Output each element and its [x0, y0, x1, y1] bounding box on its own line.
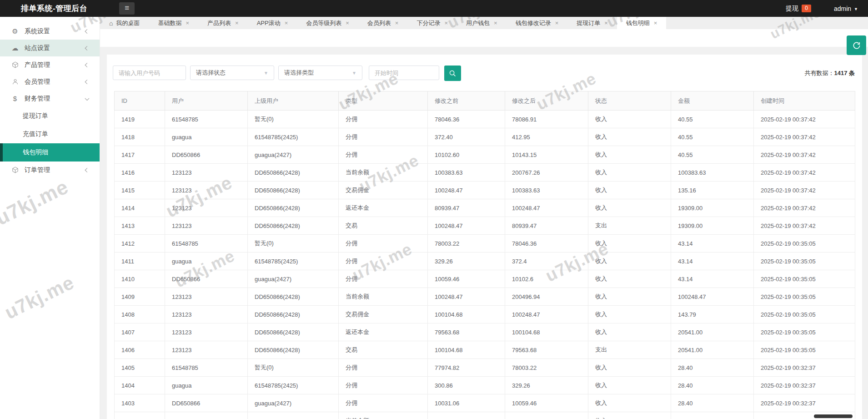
table-cell: 2025-02-19 00:37:42 — [754, 217, 855, 235]
close-icon[interactable]: × — [444, 20, 448, 26]
close-icon[interactable]: × — [654, 20, 657, 26]
tab[interactable]: 产品列表× — [198, 17, 248, 29]
admin-menu[interactable]: admin▼ — [834, 5, 858, 12]
close-icon[interactable]: × — [285, 20, 288, 26]
table-cell: 372.4 — [505, 252, 588, 270]
table-cell: 2025-02-19 00:35:05 — [754, 323, 855, 341]
tab-label: 产品列表 — [207, 19, 231, 27]
chevron-left-icon — [85, 168, 90, 172]
withdraw-link[interactable]: 提现0 — [786, 5, 811, 13]
table-cell: 40.55 — [671, 128, 754, 146]
close-icon[interactable]: × — [494, 20, 497, 26]
tab[interactable]: APP滚动× — [248, 17, 297, 29]
close-icon[interactable]: × — [346, 20, 349, 26]
table-cell: 1403 — [115, 394, 165, 412]
table-cell: 40.55 — [671, 146, 754, 164]
table-cell: 100104.68 — [505, 323, 588, 341]
table-cell: 61548785 — [165, 235, 248, 252]
table-cell: DD650866(2428) — [248, 217, 339, 235]
sidebar-item[interactable]: 会员管理 — [0, 73, 100, 90]
table-cell: DD650866(2428) — [248, 306, 339, 323]
table-cell: 10059.46 — [505, 394, 588, 412]
table-cell: 收入 — [588, 288, 671, 306]
sidebar-item-label: 订单管理 — [25, 166, 50, 174]
table-cell: 1412 — [115, 235, 165, 252]
table-cell: 暂无(0) — [248, 111, 339, 128]
table-cell: 10143.15 — [505, 146, 588, 164]
close-icon[interactable]: × — [186, 20, 189, 26]
table-cell: 收入 — [588, 377, 671, 394]
table-cell: guagua(2427) — [248, 146, 339, 164]
table-cell: 200496.94 — [505, 288, 588, 306]
table-cell: 分佣 — [339, 377, 428, 394]
status-select[interactable]: 请选择状态 ▼ — [190, 66, 274, 80]
table-cell: 100104.68 — [428, 341, 505, 359]
table-row: 141261548785暂无(0)分佣78003.2278046.36收入43.… — [115, 235, 855, 252]
user-number-input[interactable] — [113, 66, 186, 80]
refresh-button[interactable] — [847, 35, 866, 55]
sidebar-item[interactable]: ⚙系统设置 — [0, 23, 100, 40]
table-cell: 分佣 — [339, 235, 428, 252]
sidebar-subitem[interactable]: 充值订单 — [0, 125, 100, 143]
sidebar-item[interactable]: 产品管理 — [0, 56, 100, 73]
table-cell: 返还本金 — [339, 323, 428, 341]
sidebar-subitem-label: 充值订单 — [23, 130, 48, 138]
table-cell: 61548785 — [165, 111, 248, 128]
table-row: 141961548785暂无(0)分佣78046.3678086.91收入40.… — [115, 111, 855, 128]
table-cell: DD650866(2428) — [248, 164, 339, 182]
filter-bar: 请选择状态 ▼ 请选择类型 ▼ 共有数据：1417 条 — [107, 66, 862, 81]
column-header: 类型 — [339, 91, 428, 111]
tab[interactable]: 下分记录× — [407, 17, 457, 29]
tab[interactable]: ⌂我的桌面 — [100, 17, 149, 29]
horizontal-scrollbar-thumb[interactable] — [814, 414, 853, 418]
table-header-row: ID用户上级用户类型修改之前修改之后状态金额创建时间 — [115, 91, 855, 111]
table-cell: 分佣 — [339, 128, 428, 146]
page-title: 排单系统-管理后台 — [21, 3, 87, 14]
table-cell: 2025-02-19 00:37:42 — [754, 182, 855, 199]
chevron-down-icon: ▼ — [352, 71, 356, 76]
column-header: 修改之前 — [428, 91, 505, 111]
tab[interactable]: 提现订单× — [567, 17, 617, 29]
tab[interactable]: 钱包明细× — [617, 17, 667, 29]
tab[interactable]: 钱包修改记录× — [507, 17, 568, 29]
admin-app: 排单系统-管理后台 ≡ 提现0 admin▼ ⚙系统设置☁站点设置产品管理会员管… — [0, 0, 868, 419]
table-cell: 80939.47 — [428, 199, 505, 217]
table-cell: 61548785(2425) — [248, 377, 339, 394]
table-cell: 暂无(0) — [248, 235, 339, 252]
sidebar-item[interactable]: $财务管理 — [0, 90, 100, 107]
start-time-input[interactable] — [369, 66, 439, 80]
search-button[interactable] — [444, 66, 461, 81]
close-icon[interactable]: × — [235, 20, 239, 26]
table-cell: 收入 — [588, 146, 671, 164]
tab[interactable]: 会员列表× — [358, 17, 408, 29]
hamburger-icon[interactable]: ≡ — [119, 2, 135, 15]
table-cell: 28.40 — [671, 394, 754, 412]
table-row: 1414123123DD650866(2428)返还本金80939.471002… — [115, 199, 855, 217]
table-cell: 300.86 — [428, 377, 505, 394]
sidebar-item[interactable]: ☁站点设置 — [0, 40, 100, 56]
table-cell: 2025-02-19 00:35:05 — [754, 270, 855, 288]
table-cell: DD650866(2428) — [248, 341, 339, 359]
content-toolbar — [100, 29, 868, 47]
table-cell: 1416 — [115, 164, 165, 182]
table-cell: 返还本金 — [339, 199, 428, 217]
tab-label: APP滚动 — [257, 19, 281, 27]
close-icon[interactable]: × — [555, 20, 559, 26]
table-cell: 28.40 — [671, 359, 754, 377]
chevron-left-icon — [85, 46, 90, 50]
table-cell: 43.14 — [671, 252, 754, 270]
column-header: ID — [115, 91, 165, 111]
sidebar-subitem[interactable]: 钱包明细 — [0, 143, 100, 162]
sidebar-subitem[interactable]: 提现订单 — [0, 107, 100, 125]
type-select[interactable]: 请选择类型 ▼ — [278, 66, 362, 80]
table-cell: DD650866 — [165, 146, 248, 164]
tab[interactable]: 用户钱包× — [457, 17, 507, 29]
table-cell: 61548785(2425) — [248, 128, 339, 146]
column-header: 状态 — [588, 91, 671, 111]
tab[interactable]: 会员等级列表× — [297, 17, 358, 29]
table-cell: 77974.82 — [428, 359, 505, 377]
tab[interactable]: 基础数据× — [149, 17, 198, 29]
close-icon[interactable]: × — [395, 20, 399, 26]
sidebar-item[interactable]: 订单管理 — [0, 162, 100, 178]
close-icon[interactable]: × — [604, 20, 608, 26]
